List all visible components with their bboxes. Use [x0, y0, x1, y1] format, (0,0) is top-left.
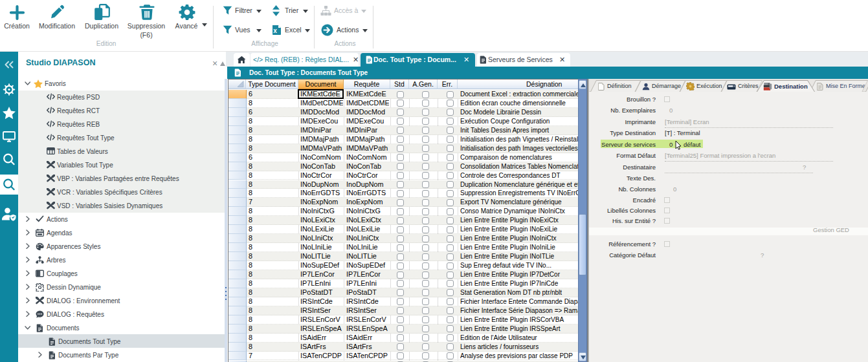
svg-text:x: x	[273, 27, 277, 34]
